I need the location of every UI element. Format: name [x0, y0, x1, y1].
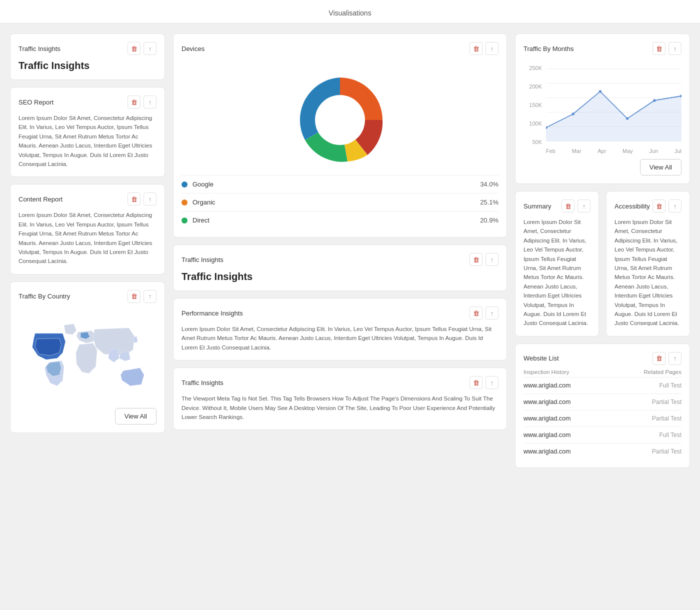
traffic-insights-label: Traffic Insights	[18, 45, 60, 52]
svg-point-0	[315, 95, 365, 145]
traffic-insights-mid-label: Traffic Insights	[182, 256, 224, 264]
traffic-by-months-view-all-btn[interactable]: View All	[640, 159, 682, 176]
seo-report-card: SEO Report 🗑 ↑ Lorem Ipsum Dolor Sit Ame…	[10, 87, 165, 177]
legend-organic: Organic 25.1%	[182, 193, 498, 211]
x-label-apr: Apr	[598, 148, 606, 154]
direct-label: Direct	[192, 216, 210, 224]
traffic-insights-mid-actions: 🗑 ↑	[470, 253, 498, 266]
accessibility-card: Accessibility 🗑 ↑ Lorem Ipsum Dolor Sit …	[606, 191, 690, 336]
performance-insights-header: Performance Insights 🗑 ↑	[182, 306, 498, 320]
traffic-insights-mid-card: Traffic Insights 🗑 ↑ Traffic Insights	[173, 244, 507, 291]
y-label-100k: 100K	[524, 120, 542, 126]
website-list-share-btn[interactable]: ↑	[668, 352, 682, 365]
traffic-by-months-label: Traffic By Months	[524, 45, 574, 52]
performance-insights-actions: 🗑 ↑	[470, 306, 498, 320]
y-label-200k: 200K	[524, 84, 542, 90]
performance-insights-body: Lorem Ipsum Dolor Sit Amet, Consectetur …	[182, 324, 498, 352]
content-report-actions: 🗑 ↑	[128, 192, 156, 206]
performance-insights-label: Performance Insights	[182, 310, 243, 317]
website-list-label: Website List	[524, 354, 559, 362]
x-label-jul: Jul	[674, 148, 682, 154]
traffic-insights-bottom-body: The Viewport Meta Tag Is Not Set. This T…	[182, 394, 498, 422]
performance-insights-share-btn[interactable]: ↑	[486, 306, 498, 320]
accessibility-share-btn[interactable]: ↑	[668, 200, 682, 212]
traffic-by-months-share-btn[interactable]: ↑	[668, 42, 682, 55]
seo-report-header: SEO Report 🗑 ↑	[18, 96, 156, 108]
test-type-3: Full Test	[660, 432, 682, 438]
seo-report-label: SEO Report	[18, 98, 54, 106]
devices-share-btn[interactable]: ↑	[486, 42, 498, 55]
y-label-50k: 50K	[524, 139, 542, 145]
accessibility-label: Accessibility	[614, 202, 650, 210]
svg-point-11	[653, 99, 656, 102]
content-report-delete-btn[interactable]: 🗑	[128, 192, 140, 206]
summary-share-btn[interactable]: ↑	[578, 200, 590, 212]
devices-header: Devices 🗑 ↑	[182, 42, 498, 55]
site-url-4[interactable]: www.ariglad.com	[524, 448, 570, 455]
donut-chart-svg	[290, 70, 390, 170]
legend-direct: Direct 20.9%	[182, 211, 498, 229]
y-label-150k: 150K	[524, 102, 542, 108]
devices-delete-btn[interactable]: 🗑	[470, 42, 482, 55]
traffic-insights-card: Traffic Insights 🗑 ↑ Traffic Insights	[10, 34, 165, 80]
map-svg	[18, 308, 156, 403]
website-list-row: www.ariglad.comPartial Test	[524, 394, 682, 410]
devices-label: Devices	[182, 45, 204, 52]
traffic-by-country-card: Traffic By Country 🗑 ↑	[10, 282, 165, 433]
right-column: Traffic By Months 🗑 ↑ 250K 200K 150K 100…	[515, 34, 690, 468]
traffic-insights-mid-share-btn[interactable]: ↑	[486, 253, 498, 266]
traffic-by-country-view-all-btn[interactable]: View All	[115, 408, 156, 424]
traffic-by-months-actions: 🗑 ↑	[652, 42, 682, 55]
content-report-label: Content Report	[18, 196, 62, 203]
summary-delete-btn[interactable]: 🗑	[562, 200, 574, 212]
site-url-0[interactable]: www.ariglad.com	[524, 382, 570, 389]
traffic-insights-share-btn[interactable]: ↑	[144, 42, 156, 55]
accessibility-delete-btn[interactable]: 🗑	[652, 200, 666, 212]
site-url-1[interactable]: www.ariglad.com	[524, 398, 570, 406]
website-list-actions: 🗑 ↑	[652, 352, 682, 365]
svg-point-8	[572, 112, 574, 115]
traffic-by-country-delete-btn[interactable]: 🗑	[128, 290, 140, 303]
traffic-insights-bottom-share-btn[interactable]: ↑	[486, 376, 498, 389]
site-url-2[interactable]: www.ariglad.com	[524, 415, 570, 422]
traffic-insights-bottom-header: Traffic Insights 🗑 ↑	[182, 376, 498, 389]
site-url-3[interactable]: www.ariglad.com	[524, 432, 570, 438]
organic-dot	[182, 200, 188, 206]
traffic-insights-mid-header: Traffic Insights 🗑 ↑	[182, 253, 498, 266]
content-report-header: Content Report 🗑 ↑	[18, 192, 156, 206]
website-list-row: www.ariglad.comPartial Test	[524, 443, 682, 460]
website-list-header: Website List 🗑 ↑	[524, 352, 682, 365]
donut-chart-container	[182, 60, 498, 175]
website-list-delete-btn[interactable]: 🗑	[652, 352, 666, 365]
summary-header: Summary 🗑 ↑	[524, 200, 590, 212]
accessibility-header: Accessibility 🗑 ↑	[614, 200, 682, 212]
col-related-pages: Related Pages	[644, 369, 682, 375]
line-chart-svg	[546, 65, 682, 145]
performance-insights-delete-btn[interactable]: 🗑	[470, 306, 482, 320]
organic-label: Organic	[192, 198, 216, 206]
traffic-by-months-delete-btn[interactable]: 🗑	[652, 42, 666, 55]
google-label: Google	[192, 180, 214, 188]
direct-pct: 20.9%	[480, 216, 498, 224]
test-type-1: Partial Test	[652, 398, 682, 406]
traffic-insights-bottom-delete-btn[interactable]: 🗑	[470, 376, 482, 389]
content-report-share-btn[interactable]: ↑	[144, 192, 156, 206]
x-label-feb: Feb	[546, 148, 556, 154]
traffic-insights-header: Traffic Insights 🗑 ↑	[18, 42, 156, 55]
x-axis-labels: Feb Mar Apr May Jun Jul	[524, 145, 682, 154]
world-map	[18, 308, 156, 403]
traffic-insights-bottom-card: Traffic Insights 🗑 ↑ The Viewport Meta T…	[173, 368, 507, 430]
x-label-may: May	[622, 148, 633, 154]
summary-actions: 🗑 ↑	[562, 200, 590, 212]
line-chart-area: 250K 200K 150K 100K 50K	[524, 60, 682, 154]
seo-report-delete-btn[interactable]: 🗑	[128, 96, 140, 108]
traffic-insights-mid-delete-btn[interactable]: 🗑	[470, 253, 482, 266]
traffic-insights-delete-btn[interactable]: 🗑	[128, 42, 140, 55]
traffic-insights-bold-title: Traffic Insights	[18, 60, 156, 72]
traffic-insights-bottom-actions: 🗑 ↑	[470, 376, 498, 389]
svg-point-10	[626, 117, 628, 120]
direct-dot	[182, 218, 188, 224]
performance-insights-card: Performance Insights 🗑 ↑ Lorem Ipsum Dol…	[173, 298, 507, 360]
traffic-by-country-share-btn[interactable]: ↑	[144, 290, 156, 303]
seo-report-share-btn[interactable]: ↑	[144, 96, 156, 108]
